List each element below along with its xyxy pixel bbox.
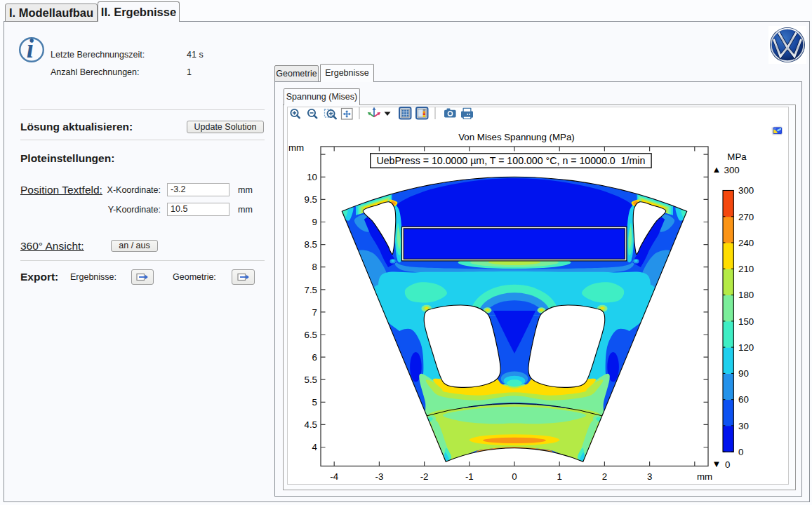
svg-text:▲: ▲ (712, 164, 721, 175)
svg-text:4.5: 4.5 (305, 419, 318, 430)
svg-text:9.5: 9.5 (305, 194, 318, 205)
svg-text:7.5: 7.5 (305, 285, 318, 295)
svg-text:▼: ▼ (712, 459, 721, 469)
svg-text:1: 1 (557, 471, 561, 482)
svg-text:5: 5 (312, 397, 317, 408)
svg-text:10: 10 (307, 172, 317, 182)
svg-text:6: 6 (312, 352, 317, 363)
svg-text:8: 8 (312, 262, 317, 272)
svg-text:150: 150 (738, 316, 754, 327)
svg-text:210: 210 (738, 264, 754, 274)
svg-text:60: 60 (738, 394, 749, 405)
svg-text:Von Mises Spannung (MPa): Von Mises Spannung (MPa) (458, 132, 575, 142)
svg-text:-3: -3 (375, 471, 383, 482)
svg-text:270: 270 (738, 212, 754, 222)
svg-text:300: 300 (724, 165, 740, 175)
svg-text:-2: -2 (420, 471, 429, 482)
svg-text:120: 120 (738, 342, 754, 353)
svg-text:i: i (27, 36, 34, 63)
svg-text:5.5: 5.5 (305, 375, 318, 385)
svg-text:0: 0 (738, 447, 743, 457)
svg-text:0: 0 (725, 459, 730, 470)
svg-text:0: 0 (512, 471, 517, 482)
svg-text:2: 2 (602, 471, 607, 482)
svg-text:180: 180 (738, 290, 754, 300)
svg-text:6.5: 6.5 (305, 330, 318, 340)
svg-text:mm: mm (288, 142, 304, 153)
svg-text:300: 300 (738, 185, 754, 196)
svg-text:4: 4 (312, 442, 317, 452)
svg-text:8.5: 8.5 (305, 239, 318, 250)
svg-text:UebPress = 10.0000 µm, T = 100: UebPress = 10.0000 µm, T = 100.000 °C, n… (376, 155, 645, 166)
svg-text:90: 90 (738, 368, 749, 379)
svg-text:240: 240 (738, 238, 754, 248)
svg-text:30: 30 (738, 421, 749, 431)
svg-text:9: 9 (312, 217, 317, 227)
svg-text:3: 3 (647, 471, 652, 482)
svg-text:7: 7 (312, 307, 317, 318)
svg-text:mm: mm (697, 471, 712, 482)
svg-text:-4: -4 (330, 471, 338, 482)
svg-text:-1: -1 (465, 471, 474, 482)
svg-text:MPa: MPa (727, 152, 747, 162)
